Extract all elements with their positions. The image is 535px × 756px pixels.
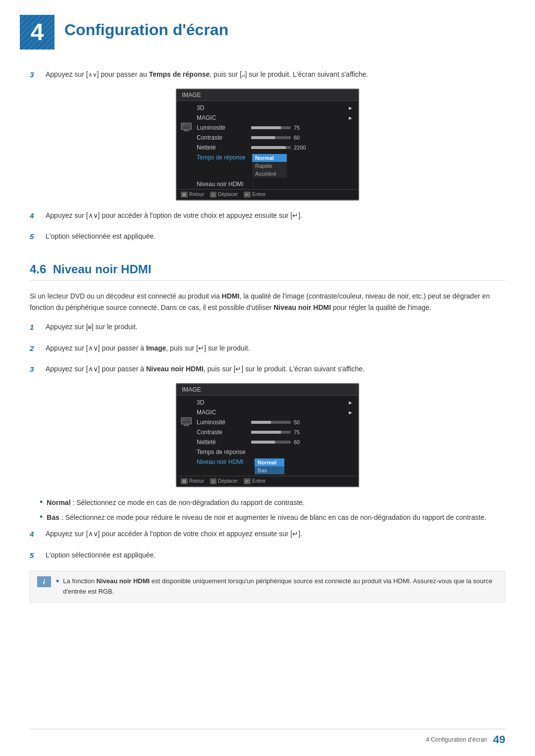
osd1-row-nettete: Netteté 2200 bbox=[177, 143, 358, 152]
svg-rect-9 bbox=[182, 418, 191, 423]
section-46-intro: Si un lecteur DVD ou un décodeur est con… bbox=[30, 291, 505, 314]
footer-section-label: 4 Configuration d'écran bbox=[426, 736, 487, 743]
s46-step3-num: 3 bbox=[30, 364, 42, 375]
osd2-retour-label: Retour bbox=[189, 478, 204, 484]
osd2-entrer-icon: ↵ bbox=[244, 478, 251, 484]
osd1-row-luminosite: Luminosité 75 bbox=[177, 123, 358, 133]
note-bullet-list: • La fonction Niveau noir HDMI est dispo… bbox=[56, 576, 498, 597]
s46-step2-line: 2 Appuyez sur [∧∨] pour passer à Image, … bbox=[30, 343, 505, 354]
osd1-body: 3D ► MAGIC ► bbox=[177, 101, 358, 189]
osd1-entrer-icon: ↵ bbox=[244, 192, 251, 198]
svg-rect-14 bbox=[186, 419, 190, 419]
chapter-number: 4 bbox=[31, 20, 44, 44]
s46-step1-text: Appuyez sur [⊞] sur le produit. bbox=[46, 322, 505, 332]
s46-step5: 5 L'option sélectionnée est appliquée. bbox=[30, 550, 505, 561]
step-3-text: Appuyez sur [∧∨] pour passer au Temps de… bbox=[46, 69, 505, 80]
osd2-dropdown-bas: Bas bbox=[255, 466, 284, 474]
s46-step4-num: 4 bbox=[30, 529, 42, 540]
osd1-label-3d: 3D bbox=[197, 104, 251, 111]
osd2-row-nettete: Netteté 60 bbox=[177, 437, 358, 447]
step-5-section: 5 L'option sélectionnée est appliquée. bbox=[30, 231, 505, 243]
osd1-val-nettete: 2200 bbox=[294, 145, 308, 151]
osd1-row-3d: 3D ► bbox=[177, 103, 358, 113]
bullet-dot-1: • bbox=[40, 497, 43, 508]
step-3-section: 3 Appuyez sur [∧∨] pour passer au Temps … bbox=[30, 69, 505, 201]
note-bullet-dot: • bbox=[56, 576, 59, 587]
monitor-icon-1 bbox=[181, 122, 192, 131]
osd2-label-contraste: Contraste bbox=[197, 429, 251, 436]
bullet-dot-2: • bbox=[40, 512, 43, 523]
osd2-row-temps: Temps de réponse bbox=[177, 447, 358, 457]
osd1-label-contraste: Contraste bbox=[197, 134, 251, 141]
bullet-bas-text: Bas : Sélectionnez ce mode pour réduire … bbox=[47, 512, 486, 523]
svg-rect-7 bbox=[186, 125, 189, 126]
section-46-title: 4.6 Niveau noir HDMI bbox=[30, 262, 151, 276]
osd2-label-magic: MAGIC bbox=[197, 409, 251, 416]
osd1-entrer-label: Entrer bbox=[252, 192, 266, 197]
osd2-val-nettete: 60 bbox=[294, 439, 308, 445]
osd1-row-magic: MAGIC ► bbox=[177, 113, 358, 123]
osd1-label-niveaunoir: Niveau noir HDMI bbox=[197, 181, 251, 188]
osd1-footer-entrer: ↵ Entrer bbox=[244, 192, 266, 198]
osd-screen-1-container: IMAGE 3D ► MAGIC ► bbox=[30, 89, 505, 201]
osd2-label-temps: Temps de réponse bbox=[197, 449, 251, 455]
osd1-row-niveaunoir: Niveau noir HDMI : bbox=[177, 179, 358, 189]
chapter-number-block: 4 bbox=[20, 15, 54, 50]
s46-step4-line: 4 Appuyez sur [∧∨] pour accéder à l'opti… bbox=[30, 529, 505, 540]
bullet-normal-text: Normal : Sélectionnez ce mode en cas de … bbox=[47, 497, 305, 508]
s46-step2-text: Appuyez sur [∧∨] pour passer à Image, pu… bbox=[46, 343, 505, 353]
bullet-normal: • Normal : Sélectionnez ce mode en cas d… bbox=[40, 497, 505, 508]
s46-step5-line: 5 L'option sélectionnée est appliquée. bbox=[30, 550, 505, 561]
osd-screen-2: IMAGE 3D ► MAGIC ► bbox=[176, 383, 359, 487]
osd1-label-luminosite: Luminosité bbox=[197, 124, 251, 131]
osd2-row-magic: MAGIC ► bbox=[177, 407, 358, 417]
main-content: 3 Appuyez sur [∧∨] pour passer au Temps … bbox=[0, 59, 535, 626]
step-5-line: 5 L'option sélectionnée est appliquée. bbox=[30, 231, 505, 243]
svg-rect-13 bbox=[183, 419, 185, 420]
osd2-val-contraste: 75 bbox=[294, 429, 308, 435]
osd1-label-nettete: Netteté bbox=[197, 144, 251, 151]
page-footer: 4 Configuration d'écran 49 bbox=[30, 729, 505, 746]
osd2-footer-retour: ⊞ Retour bbox=[181, 478, 204, 484]
s46-step2-num: 2 bbox=[30, 343, 42, 354]
s46-step5-text: L'option sélectionnée est appliquée. bbox=[46, 550, 505, 560]
s46-step3: 3 Appuyez sur [∧∨] pour passer à Niveau … bbox=[30, 364, 505, 487]
step-4-line: 4 Appuyez sur [∧∨] pour accéder à l'opti… bbox=[30, 210, 505, 222]
svg-rect-6 bbox=[186, 124, 190, 125]
osd-screen-2-container: IMAGE 3D ► MAGIC ► bbox=[30, 383, 505, 487]
osd2-deplacer-icon: ◇ bbox=[210, 478, 216, 484]
osd2-footer: ⊞ Retour ◇ Déplacer ↵ Entrer bbox=[177, 476, 358, 486]
osd2-label-niveaunoir: Niveau noir HDMI bbox=[197, 458, 251, 465]
svg-rect-5 bbox=[183, 124, 185, 126]
osd2-dropdown-normal: Normal bbox=[255, 458, 284, 466]
note-content: • La fonction Niveau noir HDMI est dispo… bbox=[56, 576, 498, 597]
osd2-row-3d: 3D ► bbox=[177, 398, 358, 407]
chapter-header: 4 Configuration d'écran bbox=[0, 0, 535, 59]
osd2-row-contraste: Contraste 75 bbox=[177, 427, 358, 437]
s46-step4-text: Appuyez sur [∧∨] pour accéder à l'option… bbox=[46, 529, 505, 539]
s46-step1: 1 Appuyez sur [⊞] sur le produit. bbox=[30, 322, 505, 333]
section-46-heading: 4.6 Niveau noir HDMI bbox=[30, 262, 505, 281]
osd1-val-luminosite: 75 bbox=[294, 125, 308, 131]
osd-screen-1: IMAGE 3D ► MAGIC ► bbox=[176, 89, 359, 201]
note-bullet-item: • La fonction Niveau noir HDMI est dispo… bbox=[56, 576, 498, 597]
step-4-num: 4 bbox=[30, 210, 42, 222]
s46-step2: 2 Appuyez sur [∧∨] pour passer à Image, … bbox=[30, 343, 505, 354]
osd2-body: 3D ► MAGIC ► bbox=[177, 396, 358, 476]
osd2-deplacer-label: Déplacer bbox=[218, 478, 238, 484]
bullet-bas: • Bas : Sélectionnez ce mode pour réduir… bbox=[40, 512, 505, 523]
osd1-dropdown-rapide: Rapide bbox=[252, 162, 287, 170]
note-text: La fonction Niveau noir HDMI est disponi… bbox=[63, 576, 498, 597]
osd1-row-temps: Temps de réponse Normal Rapide Accéléré bbox=[177, 152, 358, 179]
s46-step3-line: 3 Appuyez sur [∧∨] pour passer à Niveau … bbox=[30, 364, 505, 375]
osd1-footer-deplacer: ◇ Déplacer bbox=[210, 192, 238, 198]
s46-step1-line: 1 Appuyez sur [⊞] sur le produit. bbox=[30, 322, 505, 333]
osd2-label-nettete: Netteté bbox=[197, 439, 251, 446]
svg-rect-1 bbox=[182, 123, 191, 129]
chapter-title: Configuration d'écran bbox=[64, 15, 228, 39]
osd2-footer-entrer: ↵ Entrer bbox=[244, 478, 266, 484]
s46-step4: 4 Appuyez sur [∧∨] pour accéder à l'opti… bbox=[30, 529, 505, 540]
step-5-text: L'option sélectionnée est appliquée. bbox=[46, 231, 505, 242]
osd2-entrer-label: Entrer bbox=[252, 478, 266, 484]
osd2-row-luminosite: Luminosité 50 bbox=[177, 417, 358, 427]
